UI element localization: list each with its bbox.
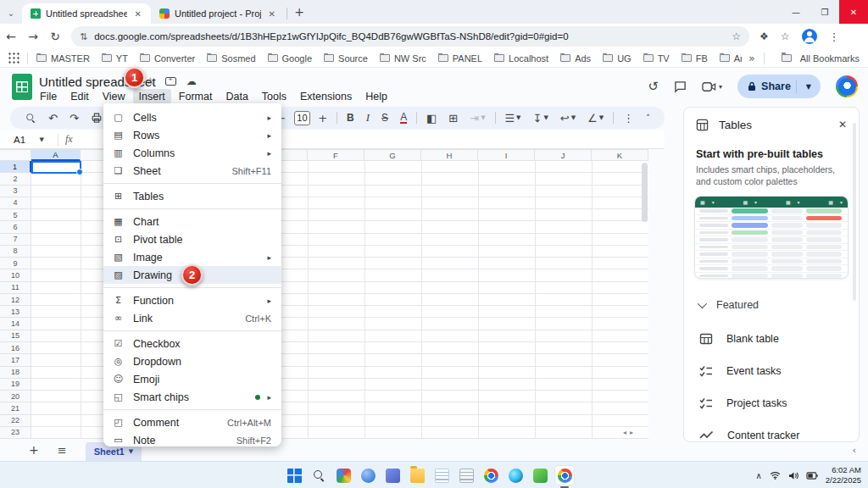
column-header-i[interactable]: I <box>478 149 535 161</box>
insert-menu-item-cells[interactable]: ▢Cells▸ <box>103 108 281 126</box>
row-header-19[interactable]: 19 <box>0 379 31 391</box>
browser-tab-inactive[interactable]: Untitled project - Project Edito ✕ <box>151 3 285 24</box>
row-header-5[interactable]: 5 <box>0 209 31 221</box>
share-button[interactable]: Share ▼ <box>737 75 821 98</box>
column-header-h[interactable]: H <box>421 149 478 161</box>
edge-icon[interactable] <box>506 466 525 485</box>
row-header-3[interactable]: 3 <box>0 186 31 197</box>
reload-button[interactable]: ↻ <box>44 30 66 43</box>
notepad-icon[interactable] <box>432 466 451 485</box>
insert-menu-item-function[interactable]: ΣFunction▸ <box>103 291 281 309</box>
column-header-g[interactable]: G <box>364 149 421 161</box>
chrome-active-icon[interactable] <box>555 466 574 485</box>
taskbar-clock[interactable]: 6:02 AM 2/22/2025 <box>826 465 861 485</box>
all-bookmarks-label[interactable]: All Bookmarks <box>800 53 860 64</box>
site-settings-icon[interactable]: ⇅ <box>80 31 87 42</box>
add-sheet-button[interactable]: + <box>29 443 39 457</box>
horizontal-align-icon[interactable]: ☰▼ <box>498 112 526 125</box>
redo-icon[interactable]: ↷ <box>64 112 85 125</box>
bookmarks-overflow-chevron[interactable]: » <box>748 53 754 64</box>
start-icon[interactable] <box>285 466 303 485</box>
merge-cells-icon[interactable]: ⇥▼ <box>464 112 491 125</box>
menu-file[interactable]: File <box>34 89 63 104</box>
sheets-logo-icon[interactable] <box>12 74 32 100</box>
meet-camera-icon[interactable]: ▾ <box>702 81 722 92</box>
row-header-17[interactable]: 17 <box>0 354 31 366</box>
server-icon[interactable] <box>457 466 476 485</box>
tray-chevron-up-icon[interactable]: ∧ <box>755 471 761 480</box>
sidebar-item-content-tracker[interactable]: Content tracker <box>684 419 859 452</box>
bookmark-localhost[interactable]: Localhost <box>494 53 548 64</box>
window-maximize-button[interactable]: ❐ <box>810 0 839 24</box>
insert-menu-item-note[interactable]: ▭NoteShift+F2 <box>103 431 281 446</box>
bookmark-source[interactable]: Source <box>324 53 368 64</box>
teams-icon[interactable] <box>383 466 402 485</box>
battery-icon[interactable] <box>806 472 818 480</box>
row-header-9[interactable]: 9 <box>0 258 31 269</box>
back-button[interactable]: ← <box>0 30 22 43</box>
menu-tools[interactable]: Tools <box>256 89 292 104</box>
menu-edit[interactable]: Edit <box>64 89 95 104</box>
row-header-23[interactable]: 23 <box>0 427 31 439</box>
bookmark-tv[interactable]: TV <box>643 53 670 64</box>
search-menus-icon[interactable] <box>19 112 42 124</box>
bookmark-nw-src[interactable]: NW Src <box>380 53 426 64</box>
tab-list-chevron-icon[interactable]: ⌄ <box>0 3 22 22</box>
menu-data[interactable]: Data <box>220 89 253 104</box>
vertical-align-icon[interactable]: ↧▼ <box>526 112 554 125</box>
row-header-8[interactable]: 8 <box>0 246 31 258</box>
row-header-15[interactable]: 15 <box>0 330 31 342</box>
fill-color-icon[interactable]: ◧ <box>420 112 442 125</box>
extensions-puzzle-icon[interactable]: ❖ <box>760 30 769 42</box>
row-header-4[interactable]: 4 <box>0 197 31 209</box>
select-all-corner[interactable] <box>0 149 31 161</box>
window-close-button[interactable]: ✕ <box>839 0 868 24</box>
bookmark-ug[interactable]: UG <box>603 53 632 64</box>
row-header-21[interactable]: 21 <box>0 402 31 414</box>
insert-menu-item-smart-chips[interactable]: ◱Smart chips▸ <box>103 388 281 406</box>
increase-font-size-button[interactable]: + <box>312 112 333 125</box>
insert-menu-item-image[interactable]: ▧Image▸ <box>103 248 281 266</box>
menu-view[interactable]: View <box>97 89 131 104</box>
insert-menu-item-columns[interactable]: ▥Columns▸ <box>103 144 281 162</box>
bookmark-article[interactable]: Article <box>720 53 743 64</box>
collapse-toolbar-icon[interactable]: ˄ <box>640 114 656 123</box>
menu-help[interactable]: Help <box>359 89 393 104</box>
sheet-tab-caret[interactable]: ▼ <box>129 448 133 455</box>
horizontal-scroll-arrows[interactable]: ◂▸ <box>623 429 637 436</box>
volume-icon[interactable] <box>788 471 798 480</box>
bold-icon[interactable]: B <box>341 112 360 124</box>
browser-menu-icon[interactable]: ⋮ <box>829 30 840 43</box>
row-header-22[interactable]: 22 <box>0 415 31 427</box>
row-header-18[interactable]: 18 <box>0 367 31 379</box>
strikethrough-icon[interactable]: S <box>376 112 394 124</box>
bookmark-fb[interactable]: FB <box>682 53 708 64</box>
all-sheets-button[interactable]: ≡ <box>58 444 67 457</box>
apps-grid-icon[interactable] <box>8 53 20 64</box>
wifi-icon[interactable] <box>770 471 781 480</box>
cloud-status-icon[interactable]: ☁ <box>186 75 197 87</box>
column-header-a[interactable]: A <box>31 149 81 161</box>
version-history-icon[interactable]: ↺ <box>648 79 659 94</box>
chevron-down-icon[interactable]: ▾ <box>719 83 722 91</box>
column-header-f[interactable]: F <box>308 149 364 161</box>
sidebar-item-blank-table[interactable]: Blank table <box>684 323 859 355</box>
row-header-14[interactable]: 14 <box>0 318 31 330</box>
text-wrap-icon[interactable]: ↩▼ <box>554 112 581 125</box>
prebuilt-tables-preview[interactable]: ▦▾▦▾▦▾▦▾ <box>694 196 849 279</box>
search-icon[interactable] <box>309 466 328 485</box>
insert-menu-item-checkbox[interactable]: ☑Checkbox <box>103 335 281 352</box>
account-avatar[interactable] <box>836 75 858 97</box>
bookmark-google[interactable]: Google <box>268 53 312 64</box>
sidebar-scrollbar[interactable] <box>853 123 856 301</box>
row-header-1[interactable]: 1 <box>0 161 31 173</box>
insert-menu-item-link[interactable]: ∞LinkCtrl+K <box>103 309 281 327</box>
insert-menu-item-tables[interactable]: ⊞Tables <box>103 187 281 205</box>
spreadsheet-grid[interactable]: ABCDEFGHIJK 1234567891011121314151617181… <box>0 149 648 439</box>
comment-history-icon[interactable] <box>674 80 687 93</box>
name-box[interactable]: A1 ▼ <box>0 135 51 145</box>
insert-menu-item-sheet[interactable]: ❏SheetShift+F11 <box>103 162 281 180</box>
text-rotation-icon[interactable]: ∠▼ <box>581 112 609 125</box>
bookmark-yt[interactable]: YT <box>102 53 128 64</box>
column-header-k[interactable]: K <box>592 149 648 161</box>
